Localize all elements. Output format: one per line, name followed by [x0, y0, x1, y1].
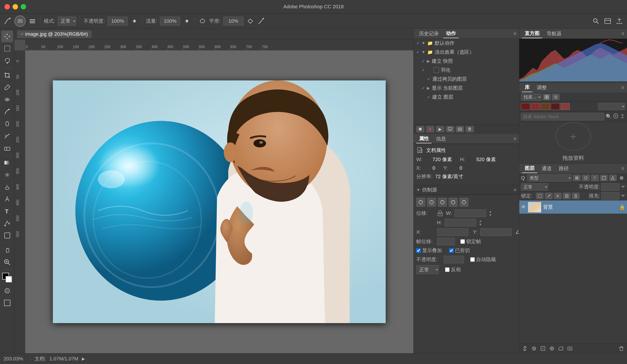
- record-btn[interactable]: ●: [426, 126, 434, 132]
- fill-input[interactable]: 100%: [601, 192, 619, 200]
- tool-history-brush[interactable]: [1, 130, 13, 142]
- library-grid-btn[interactable]: [543, 94, 551, 100]
- action-item-show-layer[interactable]: ✓ ▶ 显示 当前图层: [419, 84, 519, 92]
- action-expand-icon[interactable]: ▶: [427, 59, 430, 64]
- layer-shape-btn[interactable]: [600, 175, 608, 181]
- layer-eye-icon[interactable]: 👁: [521, 204, 526, 210]
- tool-heal[interactable]: [1, 94, 13, 105]
- clipped-check[interactable]: 已剪切: [449, 247, 470, 254]
- clone-src-5[interactable]: [460, 198, 469, 207]
- delete-btn[interactable]: 🗑: [466, 126, 474, 132]
- tool-shape[interactable]: [1, 230, 13, 241]
- h-input[interactable]: 100.0%: [445, 219, 476, 227]
- clone-options-icon[interactable]: ≡: [514, 187, 516, 193]
- new-layer-btn[interactable]: [566, 345, 574, 352]
- w-spinners[interactable]: ▲ ▼: [489, 210, 492, 217]
- layer-type-select[interactable]: 类型: [527, 174, 572, 182]
- lock-position-btn[interactable]: [554, 193, 562, 199]
- canvas-content[interactable]: [25, 50, 413, 353]
- fill-spinner[interactable]: [621, 193, 625, 199]
- clone-arrow[interactable]: ▼: [416, 188, 420, 192]
- swatch-2[interactable]: [531, 103, 540, 110]
- tab-history[interactable]: 历史记录: [416, 29, 441, 38]
- library-select[interactable]: 找库...: [521, 93, 542, 101]
- swatch-3[interactable]: [541, 103, 550, 110]
- tool-hand[interactable]: [1, 244, 13, 256]
- layer-opacity-input[interactable]: 100%: [601, 183, 619, 191]
- document-tab-close[interactable]: ×: [21, 32, 23, 37]
- lock-all-btn[interactable]: [572, 193, 579, 199]
- minimize-button[interactable]: [13, 4, 18, 9]
- action-expand-icon[interactable]: ▶: [427, 86, 430, 91]
- status-arrow[interactable]: ▶: [82, 356, 85, 361]
- stop-btn[interactable]: ⏹: [416, 126, 424, 132]
- smooth-input[interactable]: 10%: [223, 17, 244, 26]
- library-options-icon[interactable]: ≡: [621, 85, 624, 91]
- opacity-spinner[interactable]: [621, 184, 625, 190]
- tool-blur[interactable]: [1, 169, 13, 181]
- tool-brush[interactable]: [1, 106, 13, 118]
- new-action-btn[interactable]: [456, 126, 464, 132]
- layer-blend-select[interactable]: 正常: [521, 183, 548, 190]
- action-expand-icon[interactable]: ▼: [421, 50, 425, 55]
- tablet-icon[interactable]: [257, 17, 265, 25]
- lock-artboard-btn[interactable]: [563, 193, 571, 199]
- tool-marquee[interactable]: [1, 43, 13, 54]
- tool-path-select[interactable]: [1, 218, 13, 229]
- auto-hide-check[interactable]: 自动隐藏: [470, 256, 496, 263]
- lock-frame-checkbox[interactable]: [460, 239, 465, 244]
- tab-library[interactable]: 库: [522, 83, 532, 92]
- tool-eyedropper[interactable]: [1, 82, 13, 93]
- stock-search-submit[interactable]: 🔍: [606, 114, 612, 120]
- lock-frame-check[interactable]: 锁定帧: [460, 238, 481, 245]
- invert-check[interactable]: 反相: [445, 266, 461, 273]
- tool-zoom[interactable]: [1, 256, 13, 268]
- show-overlay-check[interactable]: 显示叠加: [416, 247, 442, 254]
- tool-eraser[interactable]: [1, 142, 13, 154]
- action-item-copy-layer[interactable]: ✓ 通过拷贝的图层: [424, 75, 519, 84]
- stock-upload-btn[interactable]: [620, 113, 625, 120]
- clone-src-3[interactable]: [438, 198, 447, 207]
- action-item-new-layer[interactable]: ✓ 建立 图层: [424, 92, 519, 101]
- layer-filter-toggle[interactable]: [618, 175, 625, 181]
- auto-hide-checkbox[interactable]: [470, 257, 475, 262]
- tool-screen-mode[interactable]: [1, 297, 13, 309]
- tool-lasso[interactable]: [1, 55, 13, 66]
- tool-crop[interactable]: [1, 69, 13, 81]
- search-icon[interactable]: [592, 17, 600, 25]
- tool-type[interactable]: T: [1, 205, 13, 217]
- tab-layers[interactable]: 图层: [522, 164, 537, 173]
- tab-info[interactable]: 信息: [433, 135, 449, 143]
- link-layers-btn[interactable]: [521, 345, 529, 352]
- action-item-default[interactable]: ✓ ▼ 📁 默认动作: [414, 39, 519, 48]
- brush-tool-icon[interactable]: [3, 17, 12, 25]
- show-overlay-checkbox[interactable]: [416, 248, 421, 253]
- swatch-4[interactable]: [551, 103, 560, 110]
- airbrush-icon[interactable]: [198, 17, 207, 25]
- smooth-settings-icon[interactable]: [246, 17, 254, 25]
- close-button[interactable]: [4, 4, 10, 9]
- brush-options-icon[interactable]: [28, 17, 36, 25]
- invert-checkbox[interactable]: [445, 267, 450, 272]
- swatch-1[interactable]: [521, 103, 530, 110]
- tool-dodge[interactable]: [1, 181, 13, 193]
- tab-histogram[interactable]: 直方图: [522, 29, 542, 38]
- mode-select[interactable]: 正常: [58, 17, 76, 26]
- new-set-btn[interactable]: [446, 126, 454, 132]
- document-tab-active[interactable]: × image.jpg @ 203%(RGB/8#): [17, 30, 92, 38]
- histogram-options-icon[interactable]: ≡: [621, 31, 624, 37]
- tab-navigator[interactable]: 导航器: [544, 29, 564, 38]
- tool-clone[interactable]: [1, 118, 13, 130]
- clone-src-2[interactable]: [427, 198, 436, 207]
- action-item-fade[interactable]: ✓ ▼ 📁 淡出效果（选区）: [414, 48, 519, 57]
- add-effect-btn[interactable]: fx: [530, 345, 538, 352]
- flow-toggle-icon[interactable]: [183, 17, 191, 25]
- opacity-toggle-icon[interactable]: [130, 17, 139, 25]
- swatch-5[interactable]: [561, 103, 570, 110]
- tool-gradient[interactable]: [1, 157, 13, 169]
- frame-offset-input[interactable]: 0: [437, 238, 455, 245]
- color-chips[interactable]: [1, 272, 13, 283]
- properties-options-icon[interactable]: ≡: [514, 136, 516, 142]
- play-btn[interactable]: ▶: [436, 126, 444, 132]
- clipped-checkbox[interactable]: [449, 248, 454, 253]
